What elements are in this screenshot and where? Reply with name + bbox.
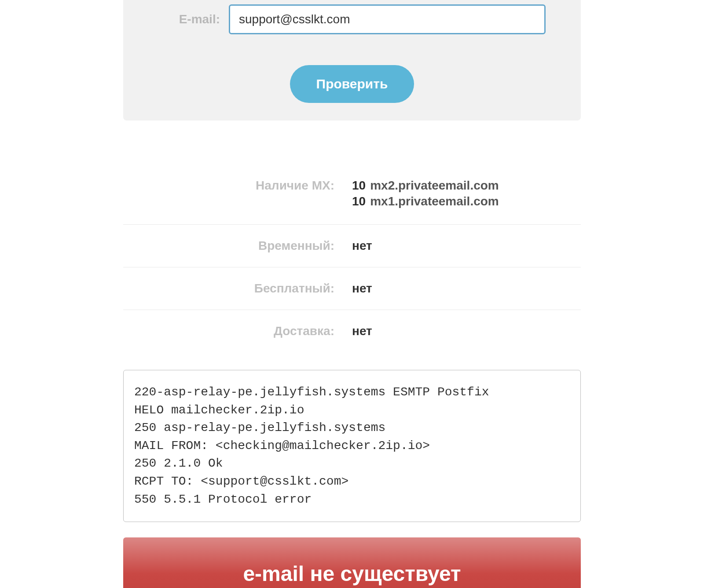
mx-host: mx1.privateemail.com — [370, 194, 499, 208]
delivery-value: нет — [352, 324, 581, 338]
free-value: нет — [352, 281, 581, 296]
temporary-value: нет — [352, 239, 581, 253]
temporary-label: Временный: — [123, 239, 352, 253]
delivery-label: Доставка: — [123, 324, 352, 338]
email-input[interactable] — [229, 4, 546, 34]
button-row: Проверить — [123, 65, 581, 103]
status-banner: e-mail не существует — [123, 537, 581, 588]
email-label: E-mail: — [158, 12, 220, 26]
result-row-delivery: Доставка: нет — [123, 310, 581, 352]
free-label: Бесплатный: — [123, 281, 352, 296]
mx-record: 10 mx1.privateemail.com — [352, 194, 581, 208]
mx-host: mx2.privateemail.com — [370, 179, 499, 193]
result-row-free: Бесплатный: нет — [123, 267, 581, 310]
results-table: Наличие MX: 10 mx2.privateemail.com 10 m… — [123, 164, 581, 352]
mx-value: 10 mx2.privateemail.com 10 mx1.privateem… — [352, 179, 581, 210]
mx-label: Наличие MX: — [123, 179, 352, 210]
form-panel: E-mail: Проверить — [123, 0, 581, 121]
mx-priority: 10 — [352, 179, 366, 193]
smtp-log: 220-asp-relay-pe.jellyfish.systems ESMTP… — [123, 370, 581, 522]
result-row-temporary: Временный: нет — [123, 225, 581, 267]
mx-record: 10 mx2.privateemail.com — [352, 179, 581, 193]
result-row-mx: Наличие MX: 10 mx2.privateemail.com 10 m… — [123, 164, 581, 225]
mx-priority: 10 — [352, 194, 366, 208]
check-button[interactable]: Проверить — [290, 65, 414, 103]
form-row: E-mail: — [123, 0, 581, 34]
